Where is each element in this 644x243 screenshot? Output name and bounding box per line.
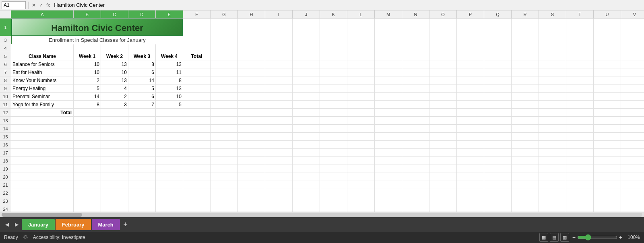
cell-q9 (484, 84, 512, 92)
col-header-u[interactable]: U (594, 10, 621, 18)
row-num-9: 9 (0, 84, 11, 93)
cell-s22 (539, 189, 566, 197)
cell-n9 (402, 84, 429, 92)
cell-f3 (183, 36, 211, 44)
col-header-p[interactable]: P (457, 10, 484, 18)
cell-j13 (293, 117, 320, 124)
col-header-b[interactable]: B (74, 10, 101, 18)
cell-h11 (238, 101, 265, 108)
cell-r20 (512, 173, 539, 181)
cell-q4 (484, 44, 512, 52)
scrollbar-thumb[interactable] (2, 213, 82, 217)
col-header-h[interactable]: H (238, 10, 265, 18)
cell-r4 (512, 44, 539, 52)
cell-s7 (539, 68, 566, 76)
col-header-l[interactable]: L (347, 10, 375, 18)
zoom-out-button[interactable]: − (572, 234, 576, 241)
scrollbar-track[interactable] (2, 213, 642, 217)
cell-b24 (74, 205, 101, 212)
col-header-v[interactable]: V (621, 10, 644, 18)
col-header-j[interactable]: J (293, 10, 320, 18)
cell-t24 (566, 205, 594, 212)
cell-e10: 10 (156, 93, 183, 100)
cell-d14 (128, 125, 156, 132)
cell-k4 (320, 44, 347, 52)
cell-r18 (512, 157, 539, 165)
col-header-e[interactable]: E (156, 10, 183, 18)
cell-m6 (375, 60, 402, 68)
cell-l16 (347, 141, 375, 148)
col-header-g[interactable]: G (211, 10, 238, 18)
accessibility-icon: ♲ (23, 234, 28, 241)
cell-o13 (429, 117, 457, 124)
tab-nav-next[interactable]: ▶ (12, 220, 21, 229)
cell-p9 (457, 84, 484, 92)
cell-a1-title[interactable]: Hamilton Civic Center (11, 19, 183, 36)
col-header-c[interactable]: C (101, 10, 128, 18)
cell-i18 (265, 157, 293, 165)
tab-march[interactable]: March (92, 219, 120, 230)
cell-q15 (484, 133, 512, 140)
cell-c20 (101, 173, 128, 181)
cell-j1 (293, 19, 320, 36)
cell-t13 (566, 117, 594, 124)
row-num-20: 20 (0, 173, 11, 181)
cell-o15 (429, 133, 457, 140)
col-header-s[interactable]: S (539, 10, 566, 18)
cell-h14 (238, 125, 265, 132)
zoom-percent: 100% (624, 235, 640, 240)
cell-f18 (183, 157, 211, 165)
col-header-t[interactable]: T (566, 10, 594, 18)
cell-p7 (457, 68, 484, 76)
cell-j7 (293, 68, 320, 76)
col-header-a[interactable]: A (11, 10, 74, 18)
col-header-o[interactable]: O (429, 10, 457, 18)
page-layout-button[interactable]: ▤ (550, 233, 559, 242)
cell-l10 (347, 93, 375, 100)
tab-add-button[interactable]: + (121, 220, 130, 229)
cell-h18 (238, 157, 265, 165)
cell-l14 (347, 125, 375, 132)
cell-b17 (74, 149, 101, 157)
cell-p6 (457, 60, 484, 68)
cell-q10 (484, 93, 512, 100)
sheet-tabs-bar: ◀ ▶ January February March + (0, 217, 644, 232)
grid-rows: Hamilton Civic Center (11, 19, 644, 212)
zoom-in-button[interactable]: + (619, 234, 622, 241)
col-header-f[interactable]: F (183, 10, 211, 18)
formula-input[interactable] (52, 1, 642, 9)
col-header-d[interactable]: D (128, 10, 156, 18)
cell-d19 (128, 165, 156, 173)
page-break-button[interactable]: ▥ (560, 233, 569, 242)
tab-february[interactable]: February (56, 219, 91, 230)
cell-l1 (347, 19, 375, 36)
cell-f5-header: Total (183, 52, 211, 60)
cell-i15 (265, 133, 293, 140)
zoom-slider[interactable] (577, 234, 617, 241)
cell-u20 (594, 173, 621, 181)
cell-reference-input[interactable]: A1 (2, 1, 26, 9)
col-header-k[interactable]: K (320, 10, 347, 18)
col-header-m[interactable]: M (375, 10, 402, 18)
col-header-q[interactable]: Q (484, 10, 512, 18)
cell-j19 (293, 165, 320, 173)
cancel-icon[interactable]: ✕ (31, 2, 37, 8)
cell-r17 (512, 149, 539, 157)
cell-d6: 8 (128, 60, 156, 68)
normal-view-button[interactable]: ▦ (539, 233, 548, 242)
cell-f11 (183, 101, 211, 108)
tab-nav-prev[interactable]: ◀ (2, 220, 11, 229)
col-header-i[interactable]: I (265, 10, 293, 18)
tab-january[interactable]: January (22, 219, 55, 230)
col-header-r[interactable]: R (512, 10, 539, 18)
cell-g24 (211, 205, 238, 212)
horizontal-scrollbar[interactable] (0, 212, 644, 217)
cell-v3 (621, 36, 644, 44)
cell-p4 (457, 44, 484, 52)
cell-f1 (183, 19, 211, 36)
cell-t20 (566, 173, 594, 181)
col-header-n[interactable]: N (402, 10, 429, 18)
confirm-icon[interactable]: ✓ (38, 2, 44, 8)
cell-j8 (293, 76, 320, 84)
cell-k11 (320, 101, 347, 108)
